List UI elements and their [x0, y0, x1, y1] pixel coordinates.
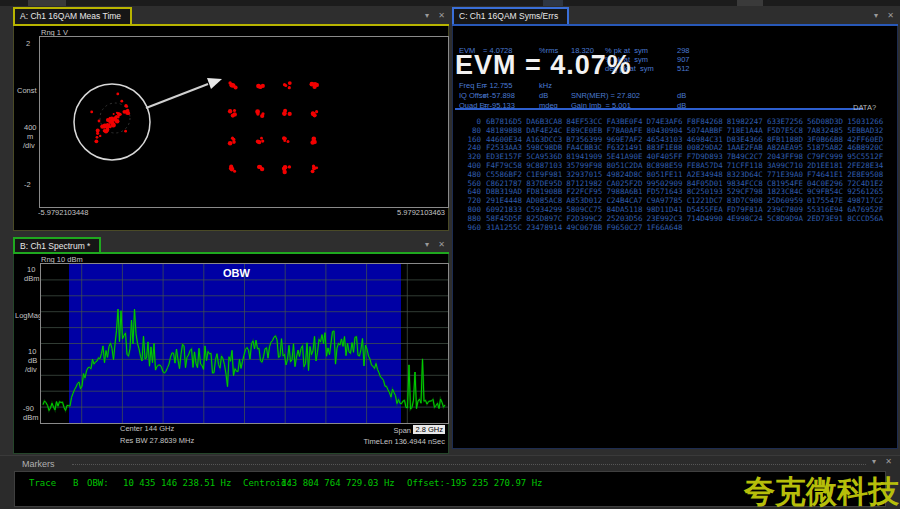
panel-a-controls: ▾ ✕ [418, 11, 445, 20]
err-unit: kHz [539, 81, 552, 90]
panel-a-content: Rng 1 V DATA? 2 Const 400 m /div -2 -5.9… [13, 26, 449, 231]
watermark-logo: 夸克微科技 [744, 471, 899, 509]
span-label: Span [393, 426, 411, 435]
panel-spectrum: B: Ch1 Spectrum * ▾ ✕ Rng 10 dBm DATA? 1… [13, 237, 449, 455]
y-max-label: 2 [26, 39, 30, 48]
res-bw-label: Res BW 27.8639 MHz [120, 436, 194, 445]
constellation-plot [39, 36, 449, 208]
marker-offset-label: Offset: [407, 478, 445, 488]
menu-fragment [28, 0, 66, 6]
time-len-label: TimeLen 136.4944 nSec [364, 437, 445, 446]
panel-c-content: EVM = 4.0728 %rms 18.320 % pk at sym 298… [452, 26, 898, 449]
scale-unit: m [27, 132, 33, 141]
constellation-graphic [40, 37, 448, 207]
scale-unit: dB [28, 356, 37, 365]
markers-separator [72, 464, 866, 465]
marker-obw-value: 10 435 146 238.51 Hz [123, 478, 231, 488]
table-divider [455, 108, 863, 110]
trace-badge: * [87, 241, 90, 251]
err-value: = 12.755 [483, 81, 512, 90]
center-freq-label: Center 144 GHz [120, 424, 174, 433]
scale-per-div: /div [25, 365, 37, 374]
scale-value: 10 [28, 347, 36, 356]
marker-obw-label: OBW: [87, 478, 109, 488]
close-icon[interactable]: ✕ [438, 11, 445, 20]
minimize-icon[interactable]: ▾ [425, 11, 429, 20]
y-min-label: -2 [24, 180, 31, 189]
mag-type-label: LogMag [15, 311, 42, 320]
span-value[interactable]: 2.8 GHz [413, 425, 445, 434]
y-max-unit: dBm [24, 274, 39, 283]
scale-value: 400 [24, 123, 37, 132]
x-min-label: -5.9792103448 [38, 208, 88, 217]
y-axis-name: Const [17, 86, 37, 95]
y-max-label: 10 [27, 265, 35, 274]
close-icon[interactable]: ✕ [887, 11, 894, 20]
minimize-icon[interactable]: ▾ [872, 457, 876, 466]
markers-title: Markers [22, 459, 55, 469]
y-min-unit: dBm [23, 413, 38, 422]
panel-meas-time: A: Ch1 16QAM Meas Time ▾ ✕ Rng 1 V DATA?… [13, 7, 449, 230]
marker-trace-label: Trace [29, 478, 56, 488]
marker-trace-value: B [73, 478, 78, 488]
panel-c-controls: ▾ ✕ [867, 11, 894, 20]
err-sym: 298 [677, 46, 690, 55]
err-unit: dB [539, 91, 548, 100]
minimize-icon[interactable]: ▾ [425, 240, 429, 249]
minimize-icon[interactable]: ▾ [874, 11, 878, 20]
spectrum-plot: OBW [40, 263, 449, 424]
marker-offset-value: -195 235 270.97 Hz [445, 478, 543, 488]
obw-label: OBW [223, 267, 250, 279]
err-sym: 512 [677, 64, 690, 73]
err-unit2: dB [677, 91, 686, 100]
evm-readout: EVM = 4.07% [455, 50, 632, 81]
err-value: = -57.898 [483, 91, 515, 100]
close-icon[interactable]: ✕ [885, 457, 892, 466]
panel-b-controls: ▾ ✕ [418, 240, 445, 249]
marker-centroid-value: 143 804 764 729.03 Hz [281, 478, 395, 488]
err-sym: 907 [677, 55, 690, 64]
data-status-label: DATA? [853, 103, 876, 112]
err-label2: SNR(MER) = 27.802 [571, 91, 640, 100]
markers-controls: ▾ ✕ [865, 457, 892, 466]
x-max-label: 5.9792103463 [397, 208, 445, 217]
y-min-label: -90 [23, 404, 34, 413]
symbol-table: 06B7816D5DA6B3CA884EF53CCFA3BE0F4D74E3AF… [455, 118, 895, 232]
panel-b-content: Rng 10 dBm DATA? 10 dBm LogMag 10 dB /di… [13, 254, 449, 454]
top-menu-strip [0, 0, 900, 6]
menu-fragment [737, 0, 763, 6]
spectrum-graphic [41, 264, 448, 423]
close-icon[interactable]: ✕ [438, 240, 445, 249]
panel-syms-errs: C: Ch1 16QAM Syms/Errs ▾ ✕ EVM = 4.0728 … [452, 7, 898, 448]
symbol-row: 96031A1255C2347891449C0678BF9650C271F66A… [455, 224, 895, 233]
scale-per-div: /div [23, 141, 35, 150]
menu-fragment [543, 0, 563, 6]
